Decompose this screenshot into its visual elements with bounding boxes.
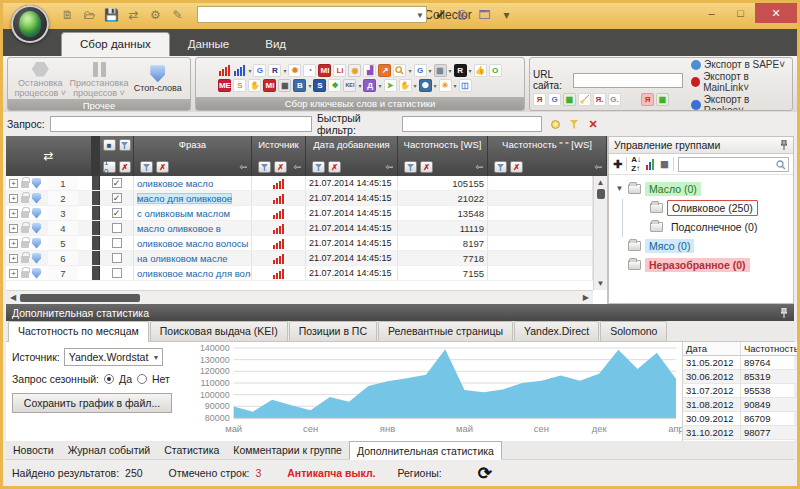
grid-vertical-scrollbar[interactable]: ▲▼ [593, 176, 607, 290]
tree-item-label[interactable]: Масло (0) [645, 182, 701, 196]
chevron-down-icon[interactable]: ▾ [449, 67, 452, 74]
table-row[interactable]: +3✓с оливковым маслом21.07.2014 14:45:15… [6, 206, 593, 221]
site-url-input[interactable] [573, 73, 683, 88]
stats-tab-1[interactable]: Частотность по месяцам [8, 321, 149, 342]
service-icon-▦[interactable]: ▦ [434, 64, 447, 77]
bottom-tab-1[interactable]: Новости [6, 442, 61, 458]
stats-tab-6[interactable]: Solomono [600, 321, 667, 341]
site-service-icon-5[interactable]: G. [608, 93, 621, 106]
tab-Вид[interactable]: Вид [247, 33, 304, 56]
tree-item-label[interactable]: Подсолнечное (0) [667, 220, 761, 234]
chevron-down-icon[interactable]: ▾ [308, 82, 311, 89]
chevron-down-icon[interactable]: ▾ [358, 82, 361, 89]
column-header-3[interactable]: Дата добавления✗⇦ [306, 136, 398, 176]
hint-bulb-icon[interactable] [547, 116, 563, 132]
seasonal-no-radio[interactable] [137, 374, 147, 384]
chevron-down-icon[interactable]: ▾ [469, 67, 472, 74]
row-checkbox[interactable] [112, 238, 122, 248]
остановка-button[interactable]: Остановкапроцессов ˅ [11, 59, 70, 98]
query-input[interactable] [50, 116, 312, 132]
new-document-icon[interactable]: 🗎 [59, 6, 76, 23]
bottom-tab-4[interactable]: Комментарии к группе [226, 442, 349, 458]
site-service-icon-4[interactable]: Я. [593, 93, 606, 106]
sort-az-icon[interactable]: A↓Z↑ [631, 155, 641, 173]
tree-item[interactable]: ▼Масло (0) [611, 179, 791, 198]
export-link[interactable]: Экспорт в SAPE˅ [691, 59, 789, 70]
service-icon-❋[interactable]: ❋ [288, 64, 301, 77]
anticaptcha-icon[interactable]: 🏵 [454, 6, 471, 23]
phrase-cell[interactable]: масло оливковое в [134, 221, 252, 235]
close-button[interactable]: ✕ [755, 3, 797, 23]
bottom-tab-2[interactable]: Журнал событий [61, 442, 158, 458]
phrase-text[interactable]: масло для оливковое [137, 193, 232, 204]
стоп-слова-button[interactable]: Стоп-слова [128, 64, 187, 94]
service-icon-⚉[interactable]: ⚉ [419, 79, 432, 92]
group-search-input[interactable] [678, 157, 789, 172]
expand-icon[interactable]: + [9, 209, 18, 218]
service-icon-д[interactable]: Д [363, 79, 376, 92]
maximize-button[interactable]: □ [726, 3, 755, 23]
bottom-tab-3[interactable]: Статистика [157, 442, 226, 458]
table-row[interactable]: 30.09.201286709 [683, 412, 800, 426]
table-row[interactable]: 31.05.201289764 [683, 356, 800, 370]
grid-view-icon[interactable]: ▦ [660, 159, 669, 169]
sort-color-icon[interactable] [645, 158, 656, 171]
search-icon[interactable] [393, 64, 406, 77]
phrase-cell[interactable]: оливковое масло для волос [134, 266, 252, 280]
stats-tab-5[interactable]: Yandex.Direct [514, 321, 599, 341]
tree-item-label[interactable]: Неразобранное (0) [645, 258, 750, 272]
tree-expander-icon[interactable]: ▼ [615, 184, 624, 193]
tab-Данные[interactable]: Данные [170, 33, 248, 56]
checkbox-cell[interactable] [100, 236, 134, 250]
grid-horizontal-scrollbar[interactable]: ◀▶ [6, 290, 593, 304]
phrase-text[interactable]: оливковое масло волосы [137, 238, 248, 249]
chevron-down-icon[interactable]: ▾ [283, 67, 286, 74]
save-chart-button[interactable]: Сохранить график в файл... [12, 393, 172, 413]
quick-filter-input[interactable] [402, 116, 542, 132]
service-icon-➤[interactable]: ➤ [384, 79, 397, 92]
site-service-icon-6[interactable]: Я [641, 93, 654, 106]
tree-item-label[interactable]: Мясо (0) [645, 239, 694, 253]
table-row[interactable]: +6на оливковом масле21.07.2014 14:45:157… [6, 251, 593, 266]
row-checkbox[interactable] [112, 268, 122, 278]
report-icon[interactable]: 🗔 [476, 6, 493, 23]
service-icon-✋[interactable]: ✋ [399, 79, 412, 92]
save-icon[interactable]: 💾 [103, 6, 120, 23]
phrase-cell[interactable]: оливковое масло [134, 176, 252, 190]
service-icon-li[interactable]: Li [333, 64, 346, 77]
clear-filter-icon[interactable]: ✕ [585, 116, 601, 132]
service-icon-↗[interactable]: ↗ [378, 64, 391, 77]
source-select[interactable]: Yandex.Wordstat▼ [64, 348, 164, 366]
table-row[interactable]: 31.08.201290849 [683, 398, 800, 412]
expand-icon[interactable]: + [9, 254, 18, 263]
expand-icon[interactable]: + [9, 194, 18, 203]
chevron-down-icon[interactable]: ▾ [414, 82, 417, 89]
chevron-down-icon[interactable]: ▾ [434, 82, 437, 89]
service-icon-👍[interactable]: 👍 [474, 64, 487, 77]
phrase-text[interactable]: на оливковом масле [137, 253, 227, 264]
phrase-cell[interactable]: оливковое масло волосы [134, 236, 252, 250]
app-menu-button[interactable] [11, 5, 49, 43]
tree-item[interactable]: Подсолнечное (0) [611, 217, 791, 236]
column-header-5[interactable]: Частотность " " [WS]✗⇦ [488, 136, 607, 176]
phrase-cell[interactable]: на оливковом масле [134, 251, 252, 265]
stat-bars-icon[interactable] [233, 64, 246, 77]
service-icon-r[interactable]: R [454, 64, 467, 77]
tree-item[interactable]: Мясо (0) [611, 236, 791, 255]
stat-bars-icon[interactable] [218, 64, 231, 77]
pin-icon[interactable] [780, 140, 788, 150]
service-icon-❖[interactable]: ❖ [328, 79, 341, 92]
table-row[interactable]: 31.10.201298077 [683, 426, 800, 440]
column-header-4[interactable]: Частотность [WS]✗⇦ [398, 136, 488, 176]
export-link[interactable]: Экспорт в Rookee˅ [691, 94, 789, 111]
checkmark-icon[interactable]: ✔ [432, 6, 449, 23]
chevron-down-icon[interactable]: ▾ [408, 67, 411, 74]
checkbox-cell[interactable] [100, 251, 134, 265]
service-icon-o[interactable]: O [489, 64, 502, 77]
service-icon-mi[interactable]: MI [318, 64, 331, 77]
wand-icon[interactable]: ✎ [169, 6, 186, 23]
service-icon-kei[interactable]: KEI [343, 79, 356, 92]
checkbox-cell[interactable]: ✓ [100, 191, 134, 205]
column-header-2[interactable]: Источник✗⇦ [252, 136, 306, 176]
settings-gear-icon[interactable]: ⚙ [147, 6, 164, 23]
